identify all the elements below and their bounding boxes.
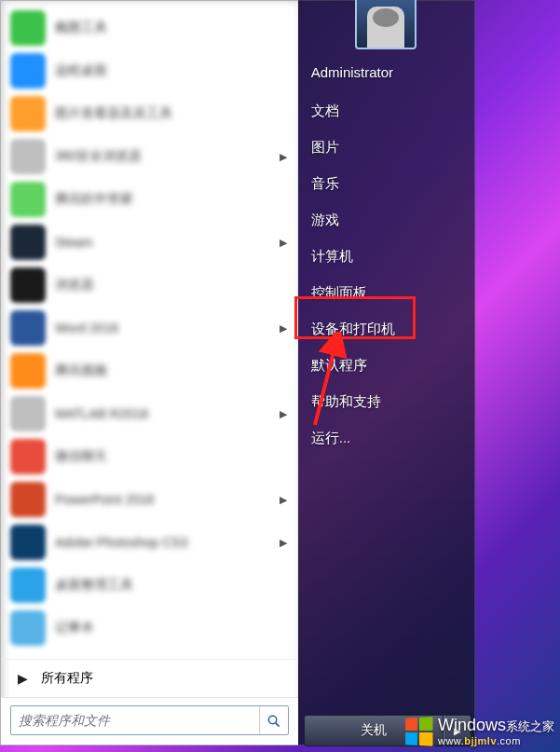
search-row	[1, 697, 298, 745]
all-programs-button[interactable]: ▶ 所有程序	[1, 659, 298, 697]
search-box	[10, 705, 289, 735]
program-item[interactable]: Steam▶	[1, 221, 298, 264]
program-label: 腾讯视频	[55, 362, 291, 379]
svg-line-1	[276, 722, 279, 725]
right-panel-item[interactable]: 运行...	[298, 420, 474, 457]
app-icon	[10, 53, 46, 89]
windows-logo-icon	[405, 717, 432, 746]
submenu-arrow-icon: ▶	[280, 322, 291, 335]
program-label: 浏览器	[55, 277, 291, 294]
program-item[interactable]: Word 2016▶	[1, 307, 298, 349]
program-item[interactable]: 浏览器	[1, 264, 298, 307]
program-item[interactable]: 记事本	[1, 607, 298, 649]
program-item[interactable]: 腾讯视频	[1, 349, 298, 392]
right-panel-item[interactable]: 音乐	[298, 166, 474, 202]
submenu-arrow-icon: ▶	[280, 494, 291, 506]
app-icon	[10, 610, 46, 646]
program-label: MATLAB R2018	[55, 406, 280, 421]
program-label: 桌面整理工具	[55, 577, 291, 594]
program-list: 截图工具远程桌面图片查看器及其工具360安全浏览器▶腾讯软件管家Steam▶浏览…	[1, 1, 298, 659]
app-icon	[10, 482, 46, 517]
robot-icon	[367, 7, 404, 48]
start-menu-right-panel: Administrator文档图片音乐游戏计算机控制面板设备和打印机默认程序帮助…	[298, 0, 475, 745]
app-icon	[10, 525, 46, 560]
program-label: Word 2016	[55, 321, 280, 335]
search-icon	[266, 714, 280, 728]
program-label: 微信聊天	[55, 448, 291, 465]
program-label: 360安全浏览器	[55, 148, 280, 165]
program-label: 腾讯软件管家	[55, 191, 291, 208]
program-item[interactable]: Adobe Photoshop CS3▶	[1, 521, 298, 564]
right-panel-item[interactable]: 控制面板	[298, 275, 474, 311]
app-icon	[10, 10, 46, 46]
app-icon	[10, 267, 46, 303]
app-icon	[10, 139, 46, 174]
program-item[interactable]: 截图工具	[1, 7, 298, 49]
program-label: Steam	[55, 235, 280, 250]
app-icon	[10, 439, 46, 474]
right-panel-item[interactable]: 图片	[298, 130, 474, 166]
right-panel-item[interactable]: 设备和打印机	[298, 311, 474, 348]
start-menu-left-panel: 截图工具远程桌面图片查看器及其工具360安全浏览器▶腾讯软件管家Steam▶浏览…	[0, 0, 298, 745]
program-label: PowerPoint 2016	[55, 492, 280, 507]
all-programs-label: 所有程序	[41, 670, 93, 687]
right-panel-item[interactable]: 游戏	[298, 202, 474, 239]
start-menu-body: 截图工具远程桌面图片查看器及其工具360安全浏览器▶腾讯软件管家Steam▶浏览…	[0, 0, 475, 745]
app-icon	[10, 567, 46, 603]
program-item[interactable]: 腾讯软件管家	[1, 178, 298, 221]
program-item[interactable]: 桌面整理工具	[1, 564, 298, 607]
app-icon	[10, 96, 46, 131]
right-panel-item[interactable]: 文档	[298, 93, 474, 130]
program-item[interactable]: PowerPoint 2016▶	[1, 478, 298, 521]
program-label: 远程桌面	[55, 62, 291, 79]
app-icon	[10, 225, 46, 260]
program-label: 截图工具	[55, 20, 291, 36]
search-button[interactable]	[259, 706, 288, 734]
desktop-background: 截图工具远程桌面图片查看器及其工具360安全浏览器▶腾讯软件管家Steam▶浏览…	[0, 0, 560, 752]
submenu-arrow-icon: ▶	[280, 237, 291, 249]
app-icon	[10, 182, 46, 217]
program-item[interactable]: 远程桌面	[1, 49, 298, 92]
program-label: Adobe Photoshop CS3	[55, 535, 280, 550]
program-label: 图片查看器及其工具	[55, 105, 291, 122]
right-panel-item[interactable]: 计算机	[298, 239, 474, 275]
search-input[interactable]	[11, 713, 259, 728]
submenu-arrow-icon: ▶	[280, 537, 291, 549]
program-item[interactable]: 360安全浏览器▶	[1, 135, 298, 178]
app-icon	[10, 310, 46, 346]
start-menu: 截图工具远程桌面图片查看器及其工具360安全浏览器▶腾讯软件管家Steam▶浏览…	[0, 0, 475, 745]
watermark: Windows系统之家 www.bjjmlv.com	[404, 717, 554, 746]
app-icon	[10, 396, 46, 431]
right-panel-item[interactable]: 帮助和支持	[298, 384, 474, 420]
user-avatar[interactable]	[355, 0, 417, 49]
submenu-arrow-icon: ▶	[280, 151, 291, 163]
program-label: 记事本	[55, 620, 291, 636]
right-panel-item[interactable]: Administrator	[298, 55, 474, 93]
program-item[interactable]: 图片查看器及其工具	[1, 92, 298, 135]
program-item[interactable]: 微信聊天	[1, 435, 298, 478]
triangle-right-icon: ▶	[18, 671, 28, 686]
submenu-arrow-icon: ▶	[280, 408, 291, 420]
app-icon	[10, 353, 46, 389]
program-item[interactable]: MATLAB R2018▶	[1, 392, 298, 435]
right-panel-item[interactable]: 默认程序	[298, 348, 474, 384]
